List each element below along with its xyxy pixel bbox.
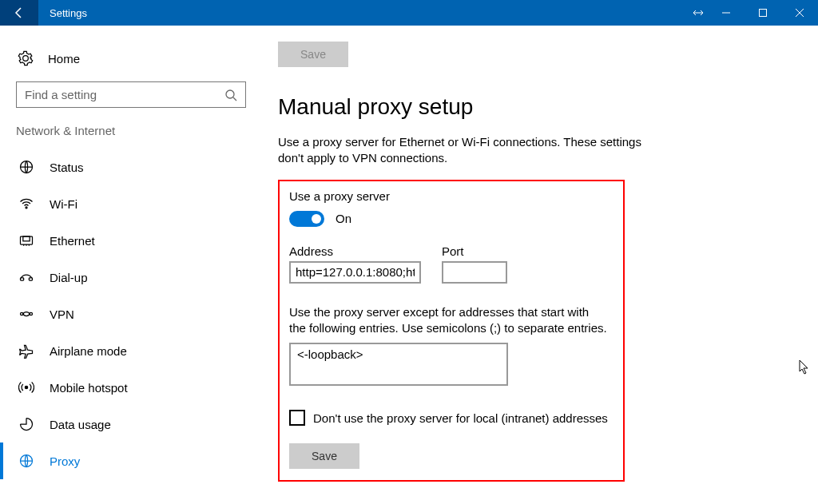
back-button[interactable] (0, 0, 38, 26)
sidebar-item-label: Mobile hotspot (50, 381, 128, 395)
status-icon (18, 159, 35, 175)
window-title: Settings (38, 7, 87, 19)
sidebar-item-wifi[interactable]: Wi-Fi (0, 185, 256, 222)
search-box[interactable] (16, 81, 246, 108)
sidebar-item-label: VPN (50, 308, 74, 321)
main-content: Save Manual proxy setup Use a proxy serv… (256, 26, 818, 504)
svg-rect-8 (21, 278, 24, 280)
home-label: Home (48, 52, 80, 65)
local-intranet-label: Don't use the proxy server for local (in… (313, 411, 608, 425)
titlebar: Settings (0, 0, 818, 26)
sidebar-item-ethernet[interactable]: Ethernet (0, 222, 256, 259)
page-description: Use a proxy server for Ethernet or Wi-Fi… (278, 134, 661, 167)
sidebar-item-hotspot[interactable]: Mobile hotspot (0, 369, 256, 406)
local-intranet-checkbox[interactable] (289, 410, 305, 426)
ethernet-icon (18, 232, 35, 248)
exceptions-input[interactable] (289, 343, 508, 386)
port-input[interactable] (442, 261, 507, 284)
save-button-top[interactable]: Save (278, 42, 348, 67)
airplane-icon (18, 343, 35, 359)
svg-line-3 (233, 97, 236, 101)
use-proxy-label: Use a proxy server (289, 189, 614, 203)
hotspot-icon (18, 379, 35, 395)
sidebar-item-label: Dial-up (50, 271, 88, 284)
svg-rect-6 (21, 236, 33, 244)
svg-point-2 (226, 90, 234, 98)
dialup-icon (18, 269, 35, 285)
proxy-settings-group: Use a proxy server On Address Port Use t… (278, 180, 625, 482)
close-button[interactable] (781, 0, 818, 26)
sidebar-item-label: Wi-Fi (50, 197, 77, 211)
sidebar-item-dialup[interactable]: Dial-up (0, 259, 256, 296)
page-heading: Manual proxy setup (278, 94, 818, 120)
sidebar-item-label: Proxy (50, 454, 80, 468)
datausage-icon (18, 416, 35, 432)
svg-point-12 (25, 386, 27, 388)
address-input[interactable] (289, 261, 421, 284)
maximize-button[interactable] (745, 0, 781, 26)
sidebar-item-vpn[interactable]: VPN (0, 296, 256, 332)
svg-rect-1 (760, 10, 767, 17)
sidebar-item-status[interactable]: Status (0, 149, 256, 185)
gear-icon (16, 50, 35, 66)
minimize-button[interactable] (708, 0, 745, 26)
resize-grip-icon (689, 0, 708, 26)
sidebar-item-airplane[interactable]: Airplane mode (0, 332, 256, 369)
proxy-icon (18, 453, 35, 469)
svg-point-5 (26, 207, 27, 208)
sidebar-item-proxy[interactable]: Proxy (0, 442, 256, 479)
svg-rect-7 (23, 236, 30, 241)
exceptions-description: Use the proxy server except for addresse… (289, 304, 609, 337)
sidebar-item-label: Data usage (50, 418, 111, 431)
use-proxy-toggle[interactable] (289, 211, 324, 227)
sidebar-item-label: Airplane mode (50, 344, 127, 358)
sidebar-item-label: Status (50, 161, 84, 174)
toggle-state-text: On (336, 212, 351, 225)
save-button-bottom[interactable]: Save (289, 443, 359, 469)
sidebar-item-datausage[interactable]: Data usage (0, 406, 256, 442)
vpn-icon (18, 306, 35, 322)
section-label: Network & Internet (0, 108, 256, 142)
address-label: Address (289, 244, 421, 258)
svg-rect-9 (29, 278, 32, 280)
svg-point-10 (21, 312, 23, 315)
sidebar: Home Network & Internet Status (0, 26, 256, 504)
sidebar-item-label: Ethernet (50, 234, 95, 248)
home-button[interactable]: Home (0, 40, 256, 77)
wifi-icon (18, 196, 35, 212)
search-icon (223, 89, 239, 101)
search-input[interactable] (25, 88, 223, 101)
port-label: Port (442, 244, 507, 258)
svg-point-11 (30, 312, 32, 315)
